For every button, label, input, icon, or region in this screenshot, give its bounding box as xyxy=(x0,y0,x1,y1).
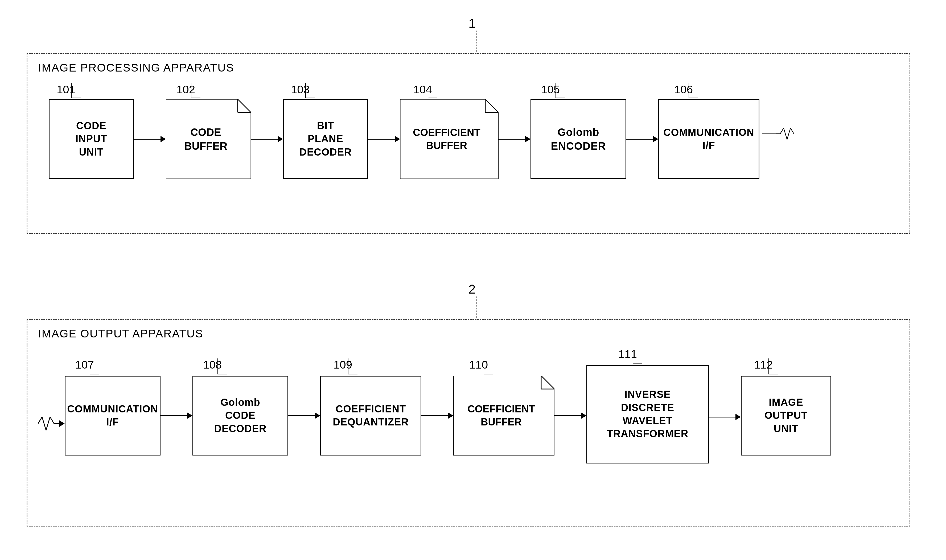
svg-line-24 xyxy=(42,417,46,430)
ref-line-105 xyxy=(551,83,566,99)
ref-line-104 xyxy=(423,83,439,99)
svg-line-25 xyxy=(46,417,50,430)
block-107: COMMUNICATIONI/F xyxy=(65,376,160,455)
apparatus-1-label: IMAGE PROCESSING APPARATUS xyxy=(38,62,234,74)
ref-line-102 xyxy=(186,83,202,99)
ref-2: 2 xyxy=(469,282,476,297)
block-112: IMAGEOUTPUTUNIT xyxy=(741,376,831,455)
ref-1: 1 xyxy=(469,16,476,31)
arrow-105-106 xyxy=(626,136,658,142)
arrow-104-105 xyxy=(498,136,531,142)
block-109: COEFFICIENTDEQUANTIZER xyxy=(320,376,421,455)
block-101: CODEINPUTUNIT xyxy=(49,99,134,179)
antenna-in-2 xyxy=(38,415,65,432)
arrow-108-109 xyxy=(288,412,320,419)
svg-line-26 xyxy=(50,417,54,424)
arrow-109-110 xyxy=(421,412,453,419)
ref-1-line xyxy=(477,31,477,52)
apparatus-2: IMAGE OUTPUT APPARATUS COMMUNICATIONI/F … xyxy=(26,319,911,526)
arrow-103-104 xyxy=(368,136,400,142)
arrow-107-108 xyxy=(160,412,193,419)
ref-line-112 xyxy=(763,358,779,374)
svg-line-23 xyxy=(38,417,42,424)
block-106: COMMUNICATIONI/F xyxy=(658,99,759,179)
block-104: COEFFICIENTBUFFER xyxy=(400,99,498,179)
svg-line-21 xyxy=(787,128,790,140)
apparatus-2-label: IMAGE OUTPUT APPARATUS xyxy=(38,327,203,340)
block-108: GolombCODEDECODER xyxy=(193,376,288,455)
arrow-110-111 xyxy=(554,412,586,419)
ref-line-101 xyxy=(66,83,82,99)
ref-line-108 xyxy=(212,358,228,374)
ref-line-107 xyxy=(85,358,100,374)
ref-line-110 xyxy=(478,358,495,374)
antenna-out-1 xyxy=(762,126,794,142)
svg-line-19 xyxy=(781,128,784,134)
ref-line-103 xyxy=(300,83,316,99)
svg-line-22 xyxy=(790,128,794,134)
svg-line-20 xyxy=(784,128,787,140)
arrow-111-112 xyxy=(709,414,741,420)
ref-line-111 xyxy=(628,348,644,365)
ref-line-109 xyxy=(343,358,359,374)
arrow-101-102 xyxy=(134,136,166,142)
diagram: 1 IMAGE PROCESSING APPARATUS CODEINPUTUN… xyxy=(0,0,946,560)
block-103: BITPLANEDECODER xyxy=(283,99,368,179)
block-102: CODEBUFFER xyxy=(166,99,251,179)
block-110: COEFFICIENTBUFFER xyxy=(453,376,554,455)
ref-line-106 xyxy=(684,83,699,99)
block-111: INVERSEDISCRETEWAVELETTRANSFORMER xyxy=(586,365,709,463)
ref-2-line xyxy=(477,297,477,318)
arrow-102-103 xyxy=(251,136,283,142)
block-105: GolombENCODER xyxy=(531,99,626,179)
apparatus-1: IMAGE PROCESSING APPARATUS CODEINPUTUNIT… xyxy=(26,53,911,234)
